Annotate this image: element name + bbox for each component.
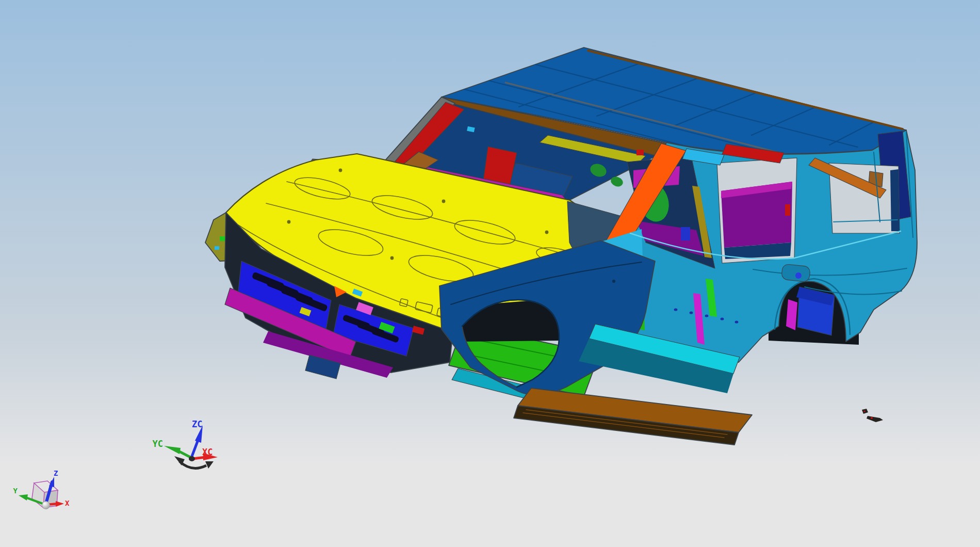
interior-red-clip[interactable] [636,150,644,155]
fender-bolt [612,280,615,283]
door-handle-pocket[interactable] [781,264,811,282]
door-handle-dot[interactable] [795,272,802,279]
cube-y-label[interactable]: Y [13,487,18,495]
weld-dot [690,311,693,314]
door-handle-recess[interactable] [781,264,811,282]
hood-bolt [339,169,341,171]
weld-dot [705,314,709,317]
rear-window-red-bit[interactable] [785,204,790,216]
b-pillar-blue-box[interactable] [681,227,690,240]
weld-dot [674,308,678,311]
cube-z-label[interactable]: Z [54,469,58,477]
hood-bolt [390,256,393,259]
weld-dot [721,317,724,320]
wcs-x-label[interactable]: XC [202,447,213,457]
cube-origin-sphere[interactable] [42,502,50,509]
wcs-origin-handle[interactable] [189,456,195,461]
loose-part-red-dot [863,410,865,412]
cube-x-label[interactable]: X [65,499,70,507]
wcs-z-label[interactable]: ZC [192,419,202,429]
cowl-cyan-clip[interactable] [215,246,219,250]
quarter-window-navy-strip[interactable] [890,169,900,231]
graphics-window[interactable]: ZC YC XC Z Y X [0,0,980,547]
cad-viewport[interactable]: ZC YC XC Z Y X [0,0,980,547]
hood-bolt [442,200,445,202]
weld-dot [735,320,739,323]
hood-bolt [545,231,548,233]
hood-bolt [287,220,290,223]
loose-part-red-dot-2 [871,417,873,419]
wcs-y-label[interactable]: YC [153,439,163,449]
